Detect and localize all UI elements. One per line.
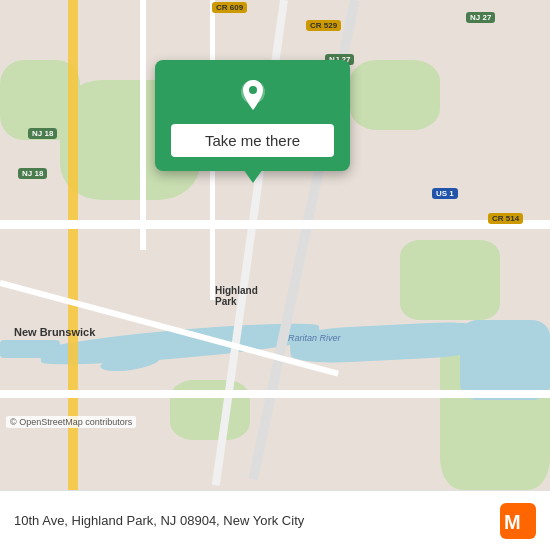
road-vert-2 xyxy=(140,0,146,250)
bottom-bar: 10th Ave, Highland Park, NJ 08904, New Y… xyxy=(0,490,550,550)
address-text: 10th Ave, Highland Park, NJ 08904, New Y… xyxy=(14,513,500,528)
shield-nj18-2: NJ 18 xyxy=(28,128,57,139)
take-me-there-button[interactable]: Take me there xyxy=(171,124,334,157)
park-area-4 xyxy=(400,240,500,320)
moovit-m-icon: M xyxy=(500,503,536,539)
shield-cr609: CR 609 xyxy=(212,2,247,13)
river-label-raritan: Raritan River xyxy=(288,333,341,343)
svg-point-1 xyxy=(249,86,257,94)
shield-nj18-1: NJ 18 xyxy=(18,168,47,179)
shield-cr529: CR 529 xyxy=(306,20,341,31)
popup-card: Take me there xyxy=(155,60,350,171)
city-label-highland-park: HighlandPark xyxy=(215,285,258,307)
park-area-6 xyxy=(170,380,250,440)
city-label-new-brunswick: New Brunswick xyxy=(14,326,95,338)
park-area-3 xyxy=(350,60,440,130)
osm-attribution: © OpenStreetMap contributors xyxy=(6,416,136,428)
map-container: NJ 18 NJ 18 NJ 27 NJ 27 CR 609 CR 529 US… xyxy=(0,0,550,490)
water-4 xyxy=(460,320,550,400)
shield-nj27-1: NJ 27 xyxy=(466,12,495,23)
svg-text:M: M xyxy=(504,511,521,533)
card-pointer xyxy=(243,169,263,183)
shield-us1: US 1 xyxy=(432,188,458,199)
shield-cr514: CR 514 xyxy=(488,213,523,224)
road-horiz-2 xyxy=(0,390,550,398)
road-horiz-1 xyxy=(0,220,550,229)
moovit-logo: M xyxy=(500,503,536,539)
location-pin-icon xyxy=(235,78,271,114)
